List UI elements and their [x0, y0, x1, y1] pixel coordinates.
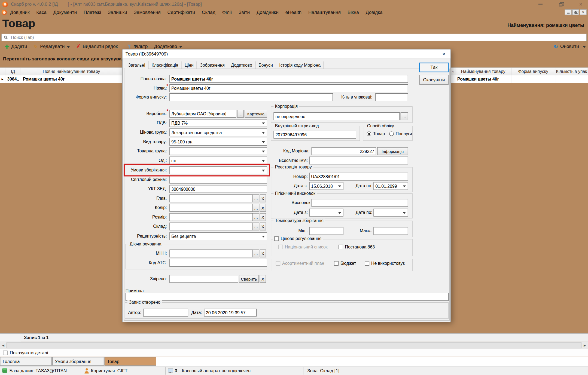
menu-sklad[interactable]: Склад — [199, 10, 219, 15]
verify-button[interactable]: Сверить — [239, 275, 259, 283]
morion-info-button[interactable]: Інформація — [377, 147, 408, 155]
account-services-radio[interactable]: Послуги — [389, 131, 412, 136]
grid-column-id[interactable]: ІД — [5, 68, 21, 75]
manufacturer-card-button[interactable]: Карточка — [245, 110, 267, 118]
storage-combo[interactable] — [169, 166, 267, 174]
delete-row-button[interactable]: ✗Видалити рядок — [76, 44, 118, 49]
decree-863-checkbox[interactable]: Постанова 863 — [339, 245, 375, 249]
budget-checkbox[interactable]: Бюджет — [334, 261, 356, 266]
grid-column-full-name[interactable]: Повне найменування товару — [21, 68, 122, 75]
color-lookup-button[interactable]: … — [253, 204, 259, 212]
mnn-clear-button[interactable]: X — [260, 250, 266, 257]
assortment-plan-checkbox[interactable]: Асортиментний план — [276, 261, 324, 266]
menu-zalyshky[interactable]: Залишки — [105, 10, 131, 15]
mnn-field[interactable] — [169, 250, 253, 257]
menu-dovidnyky[interactable]: Довідники — [253, 10, 282, 15]
menu-dovidnyk[interactable]: Довідник — [7, 10, 33, 15]
vat-combo[interactable]: ПДВ 7% — [169, 119, 267, 127]
verified-clear-button[interactable]: X — [260, 275, 266, 283]
account-goods-radio[interactable]: Товар — [367, 131, 385, 136]
main-field[interactable] — [169, 194, 253, 202]
price-regulation-checkbox[interactable]: Цінове регулювання — [273, 236, 323, 241]
tab-zobrazhennya[interactable]: Зображення — [197, 62, 228, 69]
size-lookup-button[interactable]: … — [253, 213, 259, 221]
reg-number-field[interactable] — [309, 173, 408, 181]
light-mode-field[interactable] — [169, 176, 267, 184]
horizontal-scrollbar[interactable]: ◀ ▶ — [0, 342, 588, 349]
add-button[interactable]: Додати — [5, 44, 27, 49]
not-used-checkbox[interactable]: Не використовує — [365, 261, 405, 266]
mdi-close-button[interactable]: × — [580, 9, 587, 15]
warehouse-lookup-button[interactable]: … — [253, 223, 259, 230]
tab-tovar[interactable]: Товар — [105, 357, 156, 366]
reg-date-to-combo[interactable]: 01.01.2099 — [373, 182, 408, 190]
tab-istoriya-morion[interactable]: Історія коду Моріона — [276, 62, 324, 69]
morion-code-field[interactable] — [312, 147, 376, 155]
tab-zahalni[interactable]: Загальні — [125, 61, 148, 69]
manufacturer-lookup-button[interactable]: … — [237, 110, 244, 118]
main-clear-button[interactable]: X — [260, 194, 266, 202]
cancel-button[interactable]: Скасувати — [419, 75, 449, 85]
refresh-button[interactable]: ↻Оновити — [554, 44, 579, 49]
ok-button[interactable]: Так — [419, 63, 449, 72]
release-form-field[interactable] — [169, 93, 333, 101]
color-field[interactable] — [169, 204, 253, 212]
corporation-field[interactable] — [273, 112, 400, 120]
author-field[interactable] — [143, 309, 188, 316]
menu-filii[interactable]: Філії — [219, 10, 235, 15]
warehouse-field[interactable] — [169, 223, 253, 230]
grid-column-qty[interactable]: Кількість в упак — [555, 68, 588, 75]
menu-ehealth[interactable]: eHealth — [282, 10, 305, 15]
scrollbar-thumb[interactable] — [6, 342, 581, 348]
dialog-close-button[interactable]: × — [440, 51, 448, 57]
show-details-checkbox[interactable] — [3, 351, 8, 355]
corporation-lookup-button[interactable]: … — [401, 112, 408, 120]
grid-column-name[interactable]: Найменування товару — [455, 68, 511, 75]
scroll-right-button[interactable]: ▶ — [582, 342, 588, 349]
menu-zamovlennya[interactable]: Замовлення — [130, 10, 164, 15]
menu-dovidka[interactable]: Довідка — [362, 10, 386, 15]
menu-kasa[interactable]: Каса — [33, 10, 50, 15]
mnn-lookup-button[interactable]: … — [253, 250, 259, 257]
window-minimize-button[interactable] — [535, 0, 546, 8]
qty-per-pack-field[interactable] — [375, 93, 408, 101]
world-name-field[interactable] — [309, 156, 408, 164]
product-kind-combo[interactable]: 95-100 грн. — [169, 138, 267, 146]
tab-dodatkovo[interactable]: Додатково — [228, 62, 255, 69]
mdi-restore-button[interactable] — [572, 9, 579, 15]
note-field[interactable] — [126, 293, 449, 301]
full-name-field[interactable] — [169, 75, 408, 83]
tab-tsiny[interactable]: Ціни — [182, 62, 197, 69]
rx-combo[interactable]: Без рецепта — [169, 232, 267, 240]
tab-klasyfikatsiya[interactable]: Класифікація — [148, 62, 181, 69]
menu-vikna[interactable]: Вікна — [344, 10, 362, 15]
atc-field[interactable] — [169, 259, 267, 267]
grid-column-form[interactable]: Форма випуску — [511, 68, 555, 75]
menu-nalashtuvannya[interactable]: Налаштування — [305, 10, 344, 15]
price-group-combo[interactable]: Лекарственные средства — [169, 128, 267, 136]
national-list-checkbox[interactable]: Національний список — [278, 245, 327, 249]
window-close-button[interactable]: × — [575, 0, 586, 8]
menu-zvity[interactable]: Звіти — [235, 10, 253, 15]
menu-dokumenty[interactable]: Документи — [50, 10, 80, 15]
tab-holovna[interactable]: Головна — [0, 357, 52, 366]
scroll-left-button[interactable]: ◀ — [0, 342, 6, 349]
verified-field[interactable] — [169, 275, 238, 283]
hygiene-field[interactable] — [312, 199, 408, 207]
edit-button[interactable]: ✎Редагувати — [33, 44, 70, 49]
unit-combo[interactable]: шт — [169, 156, 267, 164]
size-field[interactable] — [169, 213, 253, 221]
mdi-minimize-button[interactable] — [565, 9, 572, 15]
name-field[interactable] — [169, 84, 408, 92]
ukt-zed-field[interactable] — [169, 185, 267, 193]
barcode-field[interactable] — [273, 131, 356, 139]
menu-platezhi[interactable]: Платежі — [80, 10, 105, 15]
tab-umovy-zberihannya[interactable]: Умови зберігання — [52, 357, 104, 366]
main-lookup-button[interactable]: … — [253, 194, 259, 202]
created-date-field[interactable] — [204, 309, 257, 316]
product-group-combo[interactable] — [169, 147, 267, 155]
hygiene-date-to-combo[interactable] — [373, 209, 408, 217]
search-input[interactable] — [2, 34, 587, 41]
menu-sertyfikaty[interactable]: Сертифікати — [164, 10, 198, 15]
filter-button[interactable]: Фільтр — [127, 44, 148, 49]
